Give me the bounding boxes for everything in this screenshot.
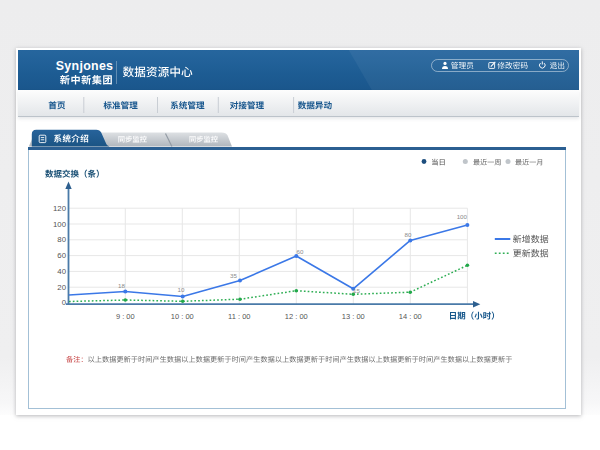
- svg-text:35: 35: [230, 272, 237, 279]
- svg-text:80: 80: [405, 231, 412, 238]
- svg-text:18: 18: [118, 282, 125, 289]
- svg-text:9 : 00: 9 : 00: [116, 312, 135, 321]
- svg-text:100: 100: [53, 220, 67, 229]
- svg-text:10: 10: [178, 286, 185, 293]
- svg-text:120: 120: [53, 204, 67, 213]
- svg-text:20: 20: [57, 283, 66, 292]
- svg-text:12 : 00: 12 : 00: [285, 312, 308, 321]
- svg-text:13 : 00: 13 : 00: [342, 312, 365, 321]
- svg-text:10 : 00: 10 : 00: [171, 312, 194, 321]
- svg-text:80: 80: [57, 235, 66, 244]
- svg-text:11 : 00: 11 : 00: [228, 312, 250, 321]
- svg-text:60: 60: [297, 248, 304, 255]
- svg-text:Synjones: Synjones: [56, 59, 114, 73]
- svg-text:60: 60: [57, 251, 66, 260]
- svg-text:0: 0: [62, 298, 67, 307]
- svg-text:100: 100: [457, 213, 468, 220]
- svg-text:15: 15: [353, 287, 360, 294]
- svg-text:14 : 00: 14 : 00: [399, 312, 422, 321]
- svg-text:40: 40: [57, 267, 66, 276]
